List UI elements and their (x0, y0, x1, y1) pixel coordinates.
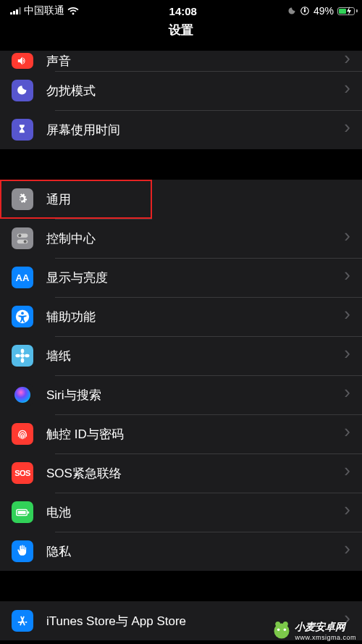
row-privacy[interactable]: 隐私 (0, 532, 362, 571)
svg-point-4 (277, 629, 280, 632)
chevron-right-icon (344, 388, 350, 401)
row-general[interactable]: 通用 (0, 180, 152, 219)
status-right: 49% (287, 5, 352, 17)
settings-list: 声音勿扰模式屏幕使用时间通用控制中心AA显示与亮度辅助功能墙纸Siri与搜索触控… (0, 51, 362, 640)
watermark: 小麦安卓网 www.xmsigma.com (272, 621, 356, 641)
svg-point-3 (283, 622, 288, 627)
siri-icon (12, 384, 33, 406)
row-sos[interactable]: SOSSOS紧急联络 (0, 453, 362, 493)
touchid-label: 触控 ID与密码 (46, 426, 344, 443)
carrier-label: 中国联通 (24, 4, 64, 17)
moon-icon (287, 7, 296, 15)
chevron-right-icon (344, 467, 350, 480)
privacy-icon (12, 540, 33, 562)
chevron-right-icon (344, 84, 350, 97)
battery-icon (337, 7, 352, 15)
svg-point-5 (284, 629, 287, 632)
row-dnd[interactable]: 勿扰模式 (0, 71, 362, 110)
time-label: 14:08 (169, 5, 197, 17)
sound-icon (12, 53, 33, 69)
signal-icon (10, 7, 21, 14)
access-icon (12, 306, 33, 327)
row-control[interactable]: 控制中心 (0, 219, 362, 258)
sos-label: SOS紧急联络 (46, 465, 344, 482)
svg-point-2 (276, 622, 281, 627)
siri-label: Siri与搜索 (46, 387, 344, 403)
battery-pct-label: 49% (313, 5, 334, 17)
display-label: 显示与亮度 (46, 269, 344, 286)
watermark-url: www.xmsigma.com (295, 634, 356, 641)
row-battery[interactable]: 电池 (0, 493, 362, 532)
wifi-icon (67, 7, 79, 15)
chevron-right-icon (344, 349, 350, 362)
display-icon: AA (12, 267, 33, 288)
battery-label: 电池 (46, 504, 344, 521)
settings-group: 通用控制中心AA显示与亮度辅助功能墙纸Siri与搜索触控 ID与密码SOSSOS… (0, 180, 362, 571)
chevron-right-icon (344, 232, 350, 245)
wallpaper-icon (12, 345, 33, 367)
general-icon (12, 188, 33, 210)
dnd-label: 勿扰模式 (46, 83, 344, 99)
chevron-right-icon (344, 310, 350, 323)
battery-icon (12, 501, 33, 523)
dnd-icon (12, 80, 33, 101)
chevron-right-icon (344, 427, 350, 440)
watermark-logo (272, 621, 292, 641)
row-access[interactable]: 辅助功能 (0, 297, 362, 336)
page-header: 设置 (0, 22, 362, 51)
control-icon (12, 227, 33, 249)
row-sound[interactable]: 声音 (0, 51, 362, 71)
settings-group: 声音勿扰模式屏幕使用时间 (0, 51, 362, 149)
touchid-icon (12, 423, 33, 445)
screentime-icon (12, 119, 33, 141)
chevron-right-icon (344, 271, 350, 284)
appstore-icon (12, 610, 33, 632)
privacy-label: 隐私 (46, 543, 344, 560)
wallpaper-label: 墙纸 (46, 348, 344, 364)
general-label: 通用 (46, 191, 140, 208)
chevron-right-icon (344, 545, 350, 558)
sos-icon: SOS (12, 462, 33, 484)
row-touchid[interactable]: 触控 ID与密码 (0, 414, 362, 453)
row-wallpaper[interactable]: 墙纸 (0, 336, 362, 375)
row-display[interactable]: AA显示与亮度 (0, 258, 362, 297)
control-label: 控制中心 (46, 230, 344, 247)
status-left: 中国联通 (10, 4, 79, 17)
access-label: 辅助功能 (46, 309, 344, 325)
screentime-label: 屏幕使用时间 (46, 122, 344, 138)
page-title: 设置 (169, 22, 193, 38)
orientation-lock-icon (300, 6, 310, 16)
chevron-right-icon (344, 54, 350, 67)
row-screentime[interactable]: 屏幕使用时间 (0, 110, 362, 149)
row-siri[interactable]: Siri与搜索 (0, 375, 362, 414)
sound-label: 声音 (46, 53, 344, 70)
watermark-name: 小麦安卓网 (295, 621, 345, 632)
chevron-right-icon (344, 506, 350, 519)
chevron-right-icon (344, 123, 350, 136)
status-bar: 中国联通 14:08 49% (0, 0, 362, 22)
